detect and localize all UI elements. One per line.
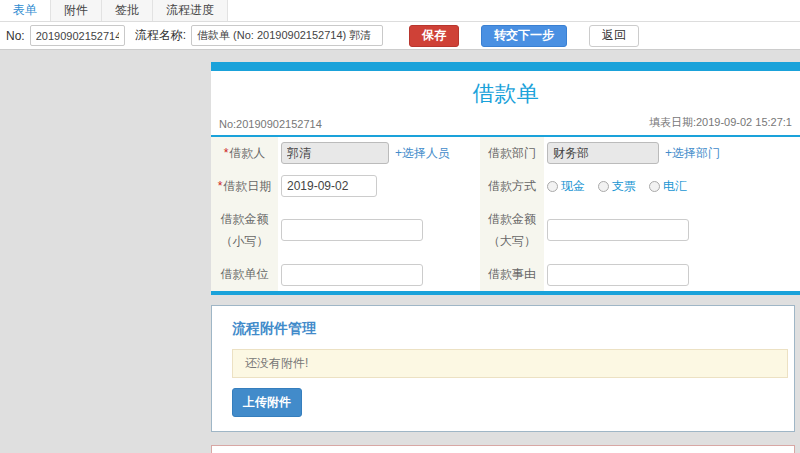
loan-form-grid: *借款人 +选择人员 借款部门 +选择部门 *借款日期	[211, 137, 800, 291]
loan-reason-label: 借款事由	[480, 258, 544, 291]
department-label: 借款部门	[480, 137, 544, 170]
loan-reason-input[interactable]	[547, 264, 689, 286]
tab-bar: 表单 附件 签批 流程进度	[0, 0, 800, 22]
radio-icon	[547, 181, 558, 192]
amount-lower-input[interactable]	[281, 219, 423, 241]
radio-cash[interactable]: 现金	[547, 178, 585, 195]
loan-unit-field	[278, 258, 480, 291]
required-mark: *	[224, 146, 229, 160]
loan-method-field: 现金 支票 电汇	[544, 170, 800, 203]
content-area: 借款单 No:20190902152714 填表日期:2019-09-02 15…	[211, 50, 800, 453]
bottom-accent-bar	[211, 291, 800, 295]
upload-attachment-button[interactable]: 上传附件	[232, 388, 302, 417]
borrower-label: *借款人	[211, 137, 278, 170]
amount-upper-label: 借款金额（大写）	[480, 203, 544, 259]
required-mark: *	[218, 179, 223, 193]
no-label: No:	[6, 29, 25, 43]
tab-approval[interactable]: 签批	[102, 0, 153, 21]
loan-method-label: 借款方式	[480, 170, 544, 203]
radio-wire-transfer[interactable]: 电汇	[649, 178, 687, 195]
no-input[interactable]	[30, 25, 125, 46]
loan-form-card: 借款单 No:20190902152714 填表日期:2019-09-02 15…	[211, 62, 800, 295]
loan-date-input[interactable]	[281, 175, 377, 197]
loan-unit-label: 借款单位	[211, 258, 278, 291]
select-person-link[interactable]: +选择人员	[395, 145, 450, 162]
page-background: 借款单 No:20190902152714 填表日期:2019-09-02 15…	[0, 50, 800, 453]
amount-upper-field	[544, 203, 800, 259]
select-department-link[interactable]: +选择部门	[665, 145, 720, 162]
form-date-text: 填表日期:2019-09-02 15:27:1	[649, 115, 792, 130]
loan-unit-input[interactable]	[281, 264, 423, 286]
process-name-input[interactable]	[191, 25, 383, 46]
tab-process-progress[interactable]: 流程进度	[153, 0, 228, 21]
department-field: +选择部门	[544, 137, 800, 170]
radio-cheque[interactable]: 支票	[598, 178, 636, 195]
borrower-field: +选择人员	[278, 137, 480, 170]
amount-upper-input[interactable]	[547, 219, 689, 241]
amount-lower-label: 借款金额（小写）	[211, 203, 278, 259]
form-toolbar: No: 流程名称: 保存 转交下一步 返回	[0, 22, 800, 50]
attachment-card: 流程附件管理 还没有附件! 上传附件	[211, 305, 795, 432]
process-name-label: 流程名称:	[135, 27, 186, 44]
department-input[interactable]	[547, 142, 659, 164]
tab-form[interactable]: 表单	[0, 0, 51, 21]
form-no-text: No:20190902152714	[219, 118, 322, 130]
amount-lower-field	[278, 203, 480, 259]
top-accent-bar	[211, 62, 800, 71]
page-title: 借款单	[211, 71, 800, 113]
loan-date-label: *借款日期	[211, 170, 278, 203]
no-attachment-notice: 还没有附件!	[232, 349, 788, 378]
attachment-section-title: 流程附件管理	[232, 320, 794, 338]
form-meta-row: No:20190902152714 填表日期:2019-09-02 15:27:…	[211, 113, 800, 137]
next-step-button[interactable]: 转交下一步	[481, 25, 567, 47]
back-button[interactable]: 返回	[589, 25, 639, 47]
borrower-input[interactable]	[281, 142, 389, 164]
tab-attachment[interactable]: 附件	[51, 0, 102, 21]
loan-date-field	[278, 170, 480, 203]
radio-icon	[649, 181, 660, 192]
tab-bar-spacer	[228, 0, 800, 21]
save-button[interactable]: 保存	[409, 25, 459, 47]
loan-reason-field	[544, 258, 800, 291]
radio-icon	[598, 181, 609, 192]
approval-card: 流程签批意见 B I abc	[211, 445, 795, 453]
